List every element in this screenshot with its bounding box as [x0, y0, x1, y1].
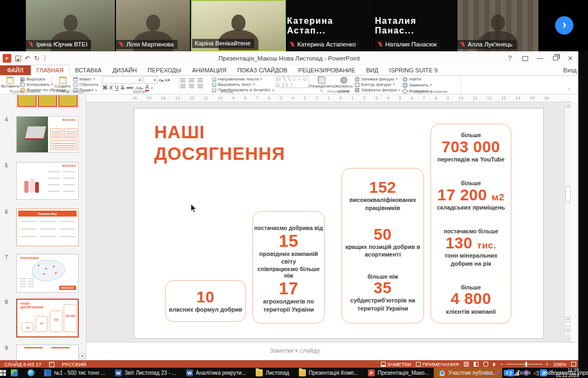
- collapse-ribbon-icon[interactable]: ⌃: [567, 88, 571, 93]
- save-icon[interactable]: [15, 56, 21, 62]
- align-left-icon[interactable]: [180, 84, 186, 88]
- bluetooth-icon[interactable]: ᛒ: [484, 370, 490, 376]
- thumbnail-preview[interactable]: НАШІ ДОСЯГНЕННЯ1015152703 000: [16, 299, 79, 338]
- viber-icon[interactable]: ✆: [523, 370, 529, 376]
- normal-view-button[interactable]: [464, 362, 469, 367]
- zoom-slider-thumb[interactable]: [525, 362, 527, 367]
- tab-главная[interactable]: ГЛАВНАЯ: [31, 65, 70, 76]
- minimize-button[interactable]: —: [533, 52, 547, 64]
- line-spacing-icon[interactable]: [197, 84, 203, 88]
- clock[interactable]: 11:2901.12.2023: [556, 368, 579, 378]
- thumbnail-preview[interactable]: MAKOSH: [16, 116, 79, 153]
- network-icon[interactable]: [514, 370, 519, 376]
- notes-toggle-button[interactable]: ЗАМЕТКИ: [381, 361, 412, 367]
- thumbnail-preview[interactable]: MAKOSH: [16, 162, 79, 200]
- taskbar-button--1-500-тис-тонн-[interactable]: №1 - 500 тис тонн ...: [39, 368, 110, 378]
- zoom-level[interactable]: 106%: [553, 361, 566, 367]
- next-slide-button[interactable]: ▼: [565, 336, 571, 342]
- speaker-icon[interactable]: ◁): [533, 370, 539, 376]
- participant-tile[interactable]: Катерина Астап...Катерина Астапенко: [287, 0, 374, 51]
- next-participants-button[interactable]: ›: [555, 16, 573, 35]
- participant-tile[interactable]: Лілія Мартинова: [116, 0, 190, 51]
- taskbar-button-листопад[interactable]: Листопад: [251, 368, 294, 378]
- scroll-up-icon[interactable]: ▲: [565, 102, 571, 108]
- fit-slide-to-window-icon[interactable]: [571, 362, 576, 367]
- text-direction-button[interactable]: Направление текста▾: [212, 77, 274, 82]
- previous-slide-button[interactable]: ▲: [565, 326, 571, 332]
- zoom-tray-icon[interactable]: Z: [504, 370, 510, 376]
- zoom-out-icon[interactable]: −: [501, 361, 504, 367]
- taskbar-button-звіт-листопад-23-[interactable]: WЗвіт Листопад 23 - ...: [110, 368, 181, 378]
- taskbar-button-презентація-комп-[interactable]: Презентація Комп...: [294, 368, 363, 378]
- participant-tile[interactable]: Каріна Венікайтене: [191, 0, 286, 51]
- restore-button[interactable]: [548, 52, 562, 64]
- shrink-font-button[interactable]: A▾: [165, 78, 169, 83]
- indent-icon[interactable]: [197, 78, 203, 82]
- ribbon-display-options-button[interactable]: [518, 52, 532, 64]
- slide-sorter-view-button[interactable]: [474, 362, 478, 367]
- numbering-icon[interactable]: [189, 78, 194, 82]
- close-button[interactable]: ✕: [563, 52, 577, 64]
- language-tray[interactable]: УКР: [543, 370, 552, 376]
- redo-icon[interactable]: ↻: [34, 55, 39, 62]
- participant-tile[interactable]: Алла Лук'янець: [457, 0, 538, 51]
- scrollbar-thumb[interactable]: [565, 186, 571, 202]
- thumbnail-preview[interactable]: [16, 95, 79, 108]
- reset-button[interactable]: Сбросить: [73, 82, 99, 87]
- stat-card-3[interactable]: 152висококваліфікованих працівників50кра…: [341, 168, 424, 323]
- shapes-gallery[interactable]: ▭ ╲ ╲ □ ○ ▭ △ { } ☆: [276, 76, 309, 88]
- grow-font-button[interactable]: A▴: [159, 78, 163, 83]
- stat-card-1[interactable]: 10власних формул добрив: [165, 280, 246, 322]
- bullets-icon[interactable]: [180, 78, 186, 82]
- slideshow-button[interactable]: [493, 362, 496, 367]
- thumbnail-preview[interactable]: Customer Map: [16, 208, 79, 246]
- find-button[interactable]: Найти: [403, 77, 432, 82]
- pen-icon[interactable]: [494, 370, 500, 376]
- tab-вид[interactable]: ВИД: [361, 65, 384, 75]
- tab-анимация[interactable]: АНИМАЦИЯ: [187, 65, 232, 75]
- font-name-combobox[interactable]: ▾: [102, 76, 142, 84]
- taskbar-button-edge[interactable]: [23, 368, 39, 378]
- taskbar-button-аналітика-рекрути-[interactable]: WАналітика рекрути...: [181, 368, 251, 378]
- participant-tile[interactable]: Ірина Юрчик ВТЕІ: [26, 0, 115, 51]
- stat-card-2[interactable]: постачаємо добрива від15провідних компан…: [252, 211, 325, 323]
- spellcheck-icon[interactable]: [49, 362, 54, 367]
- quick-styles-button[interactable]: Экспресс-стили▾: [334, 76, 354, 97]
- thumbnail-preview[interactable]: ГЕОГРАФІЯMAKOSH: [16, 254, 79, 293]
- comments-toggle-button[interactable]: ПРИМЕЧАНИЯ: [416, 361, 459, 367]
- language-indicator[interactable]: РУССКИЙ: [62, 361, 86, 367]
- undo-icon[interactable]: ↶: [25, 55, 30, 62]
- stat-card-4[interactable]: більше703 000переглядів на YouTubeбільше…: [430, 124, 511, 323]
- align-text-button[interactable]: Выровнять текст▾: [212, 82, 274, 87]
- tab-показ-слайдов[interactable]: ПОКАЗ СЛАЙДОВ: [232, 65, 293, 75]
- layout-button[interactable]: Макет▾: [73, 77, 99, 82]
- help-button[interactable]: ?: [503, 52, 517, 64]
- reading-view-button[interactable]: [483, 362, 488, 367]
- tab-дизайн[interactable]: ДИЗАЙН: [107, 65, 142, 75]
- slide-title[interactable]: НАШІДОСЯГНЕННЯ: [154, 122, 285, 164]
- zoom-in-icon[interactable]: +: [545, 361, 549, 367]
- tab-переходы[interactable]: ПЕРЕХОДЫ: [142, 65, 187, 75]
- taskbar-button-презентація-мако-[interactable]: PПрезентація_Мако...: [363, 368, 434, 378]
- zoom-slider[interactable]: − +: [501, 361, 549, 367]
- tab-файл[interactable]: ФАЙЛ: [0, 65, 31, 75]
- notes-panel[interactable]: Заметки к слайду: [86, 342, 578, 360]
- qat-customize-icon[interactable]: ᎒: [43, 55, 46, 62]
- slide-canvas[interactable]: НАШІДОСЯГНЕННЯ 10власних формул добривпо…: [134, 108, 544, 339]
- notes-placeholder[interactable]: Заметки к слайду: [270, 347, 320, 354]
- font-size-combobox[interactable]: ▾: [143, 76, 158, 84]
- start-button[interactable]: [0, 368, 6, 378]
- vertical-scrollbar[interactable]: ▲ ▼ ▲ ▼: [564, 102, 571, 342]
- tab-вставка[interactable]: ВСТАВКА: [70, 65, 107, 75]
- participant-tile[interactable]: Наталия Панас...Наталия Панасюк: [375, 0, 456, 51]
- taskbar-button-photos[interactable]: [6, 368, 23, 378]
- replace-button[interactable]: Заменить▾: [403, 83, 432, 87]
- tab-рецензирование[interactable]: РЕЦЕНЗИРОВАНИЕ: [293, 65, 361, 75]
- shape-outline-button[interactable]: Контур фигуры▾: [355, 82, 400, 87]
- tab-ispring-suite-9[interactable]: ISPRING SUITE 9: [384, 65, 443, 75]
- align-center-icon[interactable]: [189, 84, 194, 88]
- scroll-down-icon[interactable]: ▼: [565, 316, 571, 322]
- shape-fill-button[interactable]: Заливка фигуры▾: [355, 77, 400, 82]
- sign-in-link[interactable]: Вход: [563, 67, 577, 73]
- thumbnails-scroll-down-icon[interactable]: ▾: [79, 353, 85, 359]
